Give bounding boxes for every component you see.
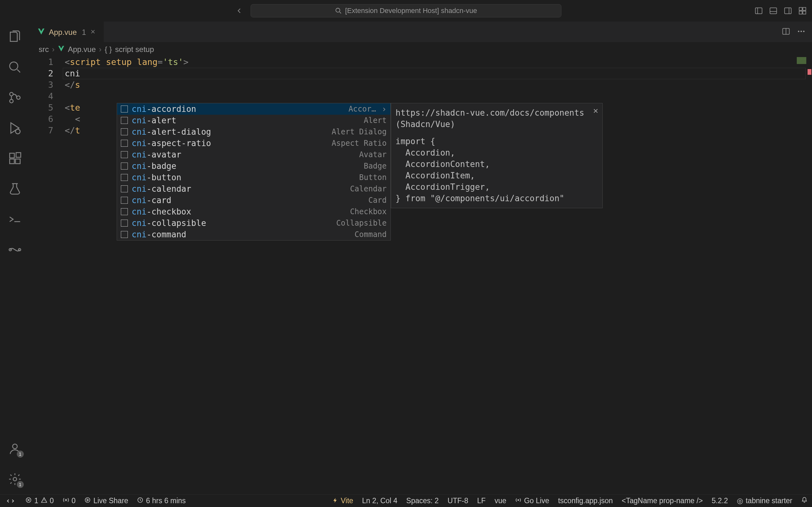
toggle-secondary-sidebar-icon[interactable] — [783, 6, 792, 15]
clock-icon — [137, 497, 143, 505]
suggest-detail: Avatar — [359, 150, 387, 159]
suggest-label: cni-aspect-ratio — [132, 138, 211, 148]
svg-point-22 — [798, 31, 800, 32]
search-icon — [335, 7, 342, 14]
svg-point-9 — [9, 93, 13, 96]
snippet-icon — [121, 117, 128, 124]
time-label: 6 hrs 6 mins — [146, 497, 186, 505]
suggest-detail: Card — [368, 196, 387, 205]
suggest-item[interactable]: cni-alertAlert — [117, 115, 391, 126]
activity-accounts[interactable]: 1 — [7, 441, 22, 456]
status-time[interactable]: 6 hrs 6 mins — [133, 495, 190, 507]
snippet-icon — [121, 128, 128, 135]
suggest-label: cni-accordion — [132, 104, 196, 114]
vue-file-icon — [58, 45, 65, 54]
svg-rect-3 — [785, 8, 792, 14]
svg-rect-16 — [16, 153, 20, 158]
breadcrumb-symbol[interactable]: script setup — [115, 45, 154, 54]
suggest-label: cni-alert-dialog — [132, 127, 211, 136]
suggest-item[interactable]: cni-cardCard — [117, 194, 391, 206]
svg-point-20 — [13, 477, 16, 481]
svg-point-26 — [65, 499, 67, 501]
svg-rect-14 — [9, 159, 14, 164]
remote-indicator[interactable] — [0, 495, 21, 507]
suggest-label: cni-alert — [132, 116, 176, 125]
toggle-primary-sidebar-icon[interactable] — [754, 6, 763, 15]
tab-close-button[interactable] — [90, 28, 96, 37]
activity-source-control[interactable] — [7, 90, 22, 105]
status-tagname[interactable]: <TagName prop-name /> — [617, 497, 707, 505]
more-actions-button[interactable] — [797, 27, 806, 37]
editor-tabs: App.vue 1 — [30, 21, 812, 43]
suggest-item[interactable]: cni-collapsibleCollapsible — [117, 217, 391, 229]
status-notifications[interactable] — [797, 497, 812, 505]
bolt-icon — [333, 497, 338, 505]
toggle-panel-icon[interactable] — [769, 6, 778, 15]
activity-bar: 1 1 — [0, 21, 30, 494]
status-problems[interactable]: 1 0 — [21, 495, 58, 507]
svg-point-19 — [12, 444, 17, 449]
suggest-label: cni-collapsible — [132, 218, 206, 228]
activity-git-graph[interactable] — [7, 242, 22, 257]
typed-text: cni — [65, 68, 80, 78]
command-center[interactable]: [Extension Development Host] shadcn-vue — [251, 4, 561, 17]
status-ports[interactable]: 0 — [58, 495, 80, 507]
snippet-icon — [121, 174, 128, 181]
activity-explorer[interactable] — [7, 29, 22, 44]
breadcrumb-file[interactable]: App.vue — [68, 45, 96, 54]
error-icon — [26, 497, 32, 505]
suggest-item[interactable]: cni-alert-dialogAlert Dialog — [117, 126, 391, 137]
line-gutter: 1 2 3 4 5 6 7 — [30, 56, 65, 494]
status-eol[interactable]: LF — [473, 497, 490, 505]
suggest-item[interactable]: cni-calendarCalendar — [117, 183, 391, 194]
svg-rect-6 — [799, 11, 802, 14]
tab-filename: App.vue — [49, 28, 77, 37]
activity-settings[interactable]: 1 — [7, 471, 22, 487]
status-tabnine[interactable]: ◎ tabnine starter — [732, 497, 797, 505]
status-live-share[interactable]: Live Share — [80, 495, 133, 507]
activity-extensions[interactable] — [7, 151, 22, 166]
suggest-detail: Accor… — [349, 105, 376, 113]
suggest-item[interactable]: cni-buttonButton — [117, 172, 391, 183]
chevron-right-icon[interactable]: › — [382, 104, 387, 114]
close-icon[interactable] — [592, 106, 599, 117]
customize-layout-icon[interactable] — [798, 6, 807, 15]
suggest-label: cni-avatar — [132, 150, 182, 159]
suggest-widget[interactable]: cni-accordionAccor…›cni-alertAlertcni-al… — [117, 103, 391, 240]
status-ts-version[interactable]: 5.2.2 — [707, 497, 732, 505]
suggest-item[interactable]: cni-avatarAvatar — [117, 149, 391, 160]
status-cursor-position[interactable]: Ln 2, Col 4 — [358, 497, 402, 505]
suggest-item[interactable]: cni-checkboxCheckbox — [117, 206, 391, 217]
status-vite[interactable]: Vite — [328, 497, 357, 505]
tab-app-vue[interactable]: App.vue 1 — [30, 21, 104, 42]
suggest-item[interactable]: cni-commandCommand — [117, 229, 391, 240]
suggest-item[interactable]: cni-accordionAccor…› — [117, 103, 391, 115]
nav-back-button[interactable] — [235, 6, 244, 15]
activity-remote[interactable] — [7, 212, 22, 227]
breadcrumbs[interactable]: src › App.vue › { } script setup — [30, 43, 812, 56]
breadcrumb-folder[interactable]: src — [39, 45, 49, 54]
settings-badge: 1 — [17, 481, 24, 488]
tab-dirty-indicator: 1 — [82, 28, 86, 37]
error-marker[interactable] — [808, 69, 811, 75]
snippet-icon — [121, 220, 128, 227]
title-bar: [Extension Development Host] shadcn-vue — [0, 0, 812, 21]
overview-ruler[interactable] — [806, 56, 812, 494]
status-encoding[interactable]: UTF-8 — [443, 497, 473, 505]
doc-link[interactable]: https://shadcn-vue.com/docs/components (… — [396, 107, 598, 130]
activity-test[interactable] — [7, 181, 22, 196]
status-language[interactable]: vue — [490, 497, 511, 505]
split-editor-button[interactable] — [781, 27, 791, 37]
status-go-live[interactable]: Go Live — [511, 497, 554, 505]
vite-label: Vite — [341, 497, 353, 505]
svg-point-17 — [9, 248, 11, 250]
suggest-item[interactable]: cni-badgeBadge — [117, 160, 391, 172]
svg-point-12 — [15, 129, 20, 134]
live-share-icon — [84, 497, 91, 505]
suggest-label: cni-button — [132, 173, 182, 182]
suggest-item[interactable]: cni-aspect-ratioAspect Ratio — [117, 137, 391, 149]
activity-run-debug[interactable] — [7, 120, 22, 135]
status-tsconfig[interactable]: tsconfig.app.json — [554, 497, 617, 505]
activity-search[interactable] — [7, 60, 22, 75]
status-indentation[interactable]: Spaces: 2 — [402, 497, 443, 505]
